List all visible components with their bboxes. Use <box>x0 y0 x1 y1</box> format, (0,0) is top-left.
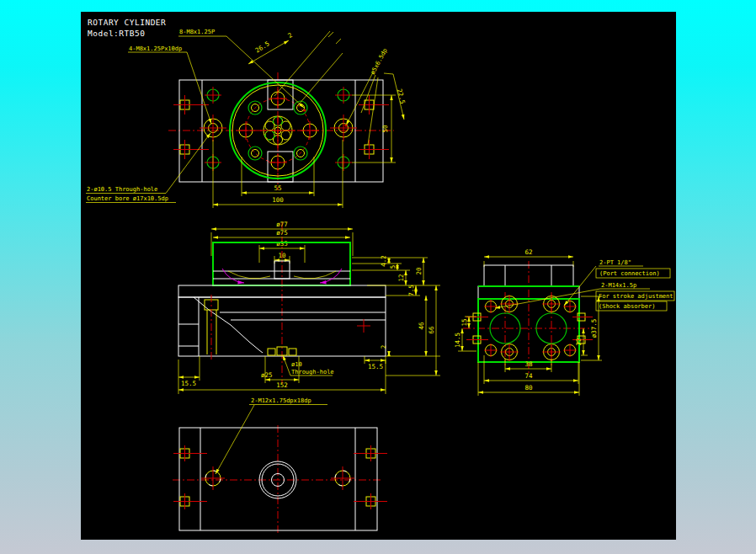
side-view: 62 2-PT 1/8" (Port connection) <box>454 248 674 396</box>
dim-d35: ø35 <box>276 240 288 248</box>
dim-2: 2 <box>286 31 294 40</box>
dim-80: 80 <box>524 384 533 392</box>
thread4-note: 4-M8x1.25Px10dp <box>129 45 182 52</box>
dim-2b: 2 <box>380 345 387 349</box>
dim-5: 5 <box>389 265 397 269</box>
dim-4-2: 4.2 <box>380 255 387 267</box>
dim-12: 12 <box>397 274 405 281</box>
dim-10: 10 <box>278 252 286 259</box>
front-right-dims: 4.2 5 12 20 7.5 46 66 2 <box>352 255 440 376</box>
desktop-background: { "title": { "line1": "ROTARY CYLINDER",… <box>0 0 756 554</box>
dim-152: 152 <box>276 381 288 389</box>
dim-d77: ø77 <box>276 221 288 228</box>
m14-note: 2-M14x1.5p <box>601 282 636 289</box>
dim-d75: ø75 <box>276 229 288 237</box>
front-view: ø77 ø75 ø35 10 <box>178 221 440 394</box>
dim-15-5-right: 15.5 <box>368 363 383 370</box>
shaft-cluster <box>260 113 295 148</box>
drawing-model: Model:RTB50 <box>88 29 145 38</box>
dim-74: 74 <box>524 372 533 380</box>
stroke-note-1: For stroke adjustment <box>599 293 673 300</box>
dim-38: 38 <box>524 360 533 368</box>
title-block: ROTARY CYLINDER Model:RTB50 <box>88 18 166 38</box>
dim-15: 15 <box>461 318 468 326</box>
hole-d10-note: ø10 <box>291 361 302 368</box>
dim-d37-5: ø37.5 <box>590 319 598 338</box>
drawing-title: ROTARY CYLINDER <box>88 18 166 27</box>
section-bolt <box>205 295 218 360</box>
dim-50: 50 <box>381 125 389 133</box>
dim-100: 100 <box>272 196 284 204</box>
dim-22-5: 22.5 <box>396 88 407 105</box>
dim-46: 46 <box>418 322 425 330</box>
angled-dims: 26.5 2 <box>248 31 343 105</box>
stroke-note-2: (Shock absorber) <box>599 303 655 310</box>
counterbore-note-2: Counter bore ø17x10.5dp <box>87 195 168 202</box>
counterbore-note-1: 2-ø10.5 Through-hole <box>87 186 157 193</box>
cad-drawing: ROTARY CYLINDER Model:RTB50 <box>81 12 676 540</box>
bottom-view: 2-M12x1.75dpx18dp <box>173 397 387 535</box>
hole-through-note: Through-hole <box>291 369 334 376</box>
dim-55: 55 <box>274 184 281 192</box>
dim-15-5-left: 15.5 <box>181 380 196 387</box>
m12-note: 2-M12x1.75dpx18dp <box>251 397 311 404</box>
thread8-note: 8-M8x1.25P <box>179 29 215 35</box>
dim-62: 62 <box>524 248 532 256</box>
drawing-canvas[interactable]: ROTARY CYLINDER Model:RTB50 <box>81 12 676 540</box>
dim-14-5: 14.5 <box>454 333 461 348</box>
top-view: 8-M8x1.25P 4-M8x1.25Px10dp 26.5 2 ø5x6.5… <box>86 29 407 208</box>
dim-d25: ø25 <box>261 371 273 379</box>
dim-7-5: 7.5 <box>407 285 415 296</box>
port-note: 2-PT 1/8" <box>599 259 631 266</box>
dim-22: 22 <box>575 338 583 345</box>
port-note-2: (Port connection) <box>599 270 660 277</box>
dim-66: 66 <box>428 326 435 334</box>
dim-20: 20 <box>415 267 423 275</box>
pin-note: ø5x6.5dp <box>370 47 389 76</box>
